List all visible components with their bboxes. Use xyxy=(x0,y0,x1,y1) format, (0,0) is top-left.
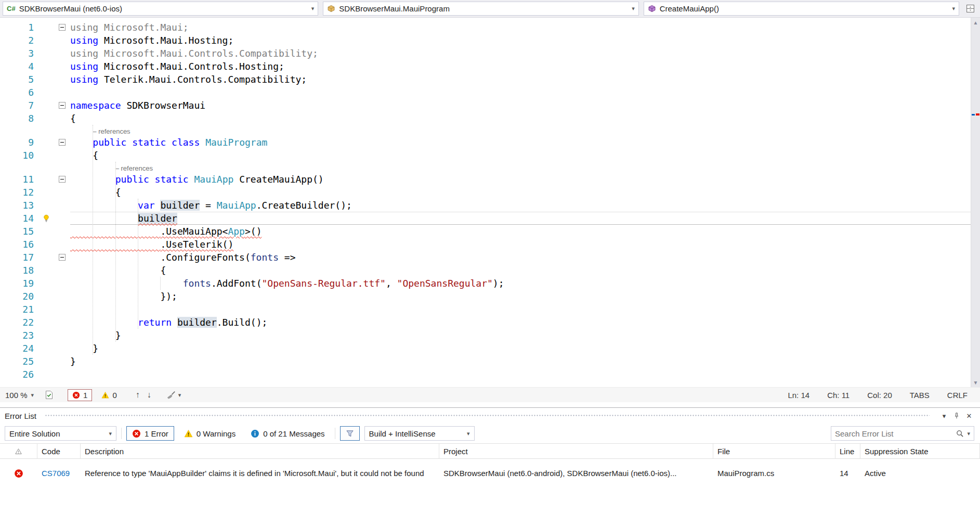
line-number[interactable]: 5 xyxy=(0,73,39,86)
project-dropdown[interactable]: C# SDKBrowserMaui (net6.0-ios) ▾ xyxy=(3,2,318,16)
line-number[interactable]: 15 xyxy=(0,225,39,238)
code-cleanup-button[interactable]: ▾ xyxy=(167,391,181,399)
code-text[interactable]: .UseTelerik() xyxy=(70,238,971,251)
code-text[interactable]: { xyxy=(70,112,971,125)
document-health-button[interactable] xyxy=(45,391,53,399)
column-header-line[interactable]: Line xyxy=(835,444,860,458)
code-text[interactable]: – references xyxy=(70,162,971,173)
column-header-code[interactable]: Code xyxy=(37,444,81,458)
chevron-down-icon[interactable]: ▾ xyxy=(967,430,970,437)
scroll-up-icon[interactable]: ▲ xyxy=(971,18,980,27)
line-number[interactable]: 11 xyxy=(0,173,39,186)
line-number[interactable]: 19 xyxy=(0,277,39,290)
code-text[interactable] xyxy=(70,86,971,99)
code-text[interactable]: } xyxy=(70,329,971,342)
line-number[interactable]: 23 xyxy=(0,329,39,342)
build-filter-dropdown[interactable]: Build + IntelliSense ▾ xyxy=(364,426,475,441)
status-warnings-button[interactable]: 0 xyxy=(97,390,121,401)
code-text[interactable]: using Microsoft.Maui.Controls.Hosting; xyxy=(70,60,971,73)
search-icon[interactable] xyxy=(956,430,964,438)
code-text[interactable]: using Microsoft.Maui.Controls.Compatibil… xyxy=(70,47,971,60)
code-text[interactable]: using Telerik.Maui.Controls.Compatibilit… xyxy=(70,73,971,86)
line-number[interactable]: 26 xyxy=(0,368,39,381)
column-header-suppression-state[interactable]: Suppression State xyxy=(860,444,980,458)
severity-column-header[interactable] xyxy=(0,444,37,458)
code-text[interactable] xyxy=(70,368,971,381)
fold-collapse-icon[interactable] xyxy=(59,254,66,261)
close-button[interactable]: ✕ xyxy=(963,409,975,422)
warnings-filter-button[interactable]: 0 Warnings xyxy=(179,426,241,441)
split-window-button[interactable] xyxy=(964,2,977,16)
line-number[interactable]: 3 xyxy=(0,47,39,60)
line-number[interactable]: 8 xyxy=(0,112,39,125)
scroll-down-icon[interactable]: ▼ xyxy=(971,378,980,387)
previous-issue-button[interactable]: ↑ xyxy=(136,390,140,400)
column-header-description[interactable]: Description xyxy=(81,444,439,458)
line-number[interactable]: 2 xyxy=(0,34,39,47)
code-area[interactable]: 1using Microsoft.Maui;2using Microsoft.M… xyxy=(0,18,971,387)
line-number[interactable]: 4 xyxy=(0,60,39,73)
code-text[interactable]: .UseMauiApp<App>() xyxy=(70,225,971,238)
type-dropdown[interactable]: SDKBrowserMaui.MauiProgram ▾ xyxy=(323,2,638,16)
code-text[interactable]: using Microsoft.Maui; xyxy=(70,21,971,34)
code-text[interactable]: return builder.Build(); xyxy=(70,316,971,329)
code-text[interactable]: { xyxy=(70,149,971,162)
code-text[interactable]: { xyxy=(70,186,971,199)
code-text[interactable]: using Microsoft.Maui.Hosting; xyxy=(70,34,971,47)
error-row[interactable]: CS7069Reference to type 'MauiAppBuilder'… xyxy=(0,459,980,488)
errors-filter-button[interactable]: 1 Error xyxy=(126,426,174,441)
scope-dropdown[interactable]: Entire Solution ▾ xyxy=(5,426,116,441)
tabs-indicator[interactable]: TABS xyxy=(910,391,930,400)
line-number[interactable]: 6 xyxy=(0,86,39,99)
code-text[interactable]: { xyxy=(70,264,971,277)
search-error-list-input[interactable] xyxy=(835,429,953,438)
fold-collapse-icon[interactable] xyxy=(59,139,66,146)
messages-filter-button[interactable]: 0 of 21 Messages xyxy=(245,426,330,441)
panel-splitter[interactable] xyxy=(0,402,980,407)
line-number[interactable] xyxy=(0,162,39,173)
line-number[interactable]: 12 xyxy=(0,186,39,199)
editor-scrollbar[interactable]: ▲ ▼ xyxy=(971,18,980,387)
fold-collapse-icon[interactable] xyxy=(59,176,66,183)
line-number[interactable]: 1 xyxy=(0,21,39,34)
line-number[interactable]: 22 xyxy=(0,316,39,329)
code-text[interactable]: – references xyxy=(70,125,971,136)
code-text[interactable]: } xyxy=(70,342,971,355)
codelens-references[interactable]: – references xyxy=(93,127,130,135)
code-text[interactable]: builder xyxy=(70,212,971,225)
line-number[interactable]: 24 xyxy=(0,342,39,355)
code-text[interactable]: public static class MauiProgram xyxy=(70,136,971,149)
code-text[interactable] xyxy=(70,303,971,316)
line-number[interactable]: 9 xyxy=(0,136,39,149)
code-text[interactable]: public static MauiApp CreateMauiApp() xyxy=(70,173,971,186)
pin-button[interactable] xyxy=(950,409,963,422)
line-number[interactable]: 18 xyxy=(0,264,39,277)
column-header-project[interactable]: Project xyxy=(439,444,713,458)
code-text[interactable]: var builder = MauiApp.CreateBuilder(); xyxy=(70,199,971,212)
zoom-dropdown[interactable]: 100 % ▾ xyxy=(5,391,34,400)
code-cell[interactable]: CS7069 xyxy=(37,459,81,488)
line-number[interactable]: 10 xyxy=(0,149,39,162)
line-number[interactable]: 14 xyxy=(0,212,39,225)
codelens-references[interactable]: – references xyxy=(115,164,153,172)
line-number[interactable] xyxy=(0,125,39,136)
fold-collapse-icon[interactable] xyxy=(59,24,66,31)
status-errors-button[interactable]: 1 xyxy=(68,389,92,401)
code-text[interactable]: }); xyxy=(70,290,971,303)
line-number[interactable]: 20 xyxy=(0,290,39,303)
filter-button[interactable] xyxy=(340,426,360,441)
code-text[interactable]: } xyxy=(70,355,971,368)
code-text[interactable]: .ConfigureFonts(fonts => xyxy=(70,251,971,264)
fold-collapse-icon[interactable] xyxy=(59,102,66,109)
line-number[interactable]: 13 xyxy=(0,199,39,212)
line-number[interactable]: 17 xyxy=(0,251,39,264)
next-issue-button[interactable]: ↓ xyxy=(147,390,151,400)
line-number[interactable]: 7 xyxy=(0,99,39,112)
line-ending-indicator[interactable]: CRLF xyxy=(947,391,968,400)
panel-drag-grip[interactable] xyxy=(45,414,930,417)
line-number[interactable]: 21 xyxy=(0,303,39,316)
code-text[interactable]: fonts.AddFont("OpenSans-Regular.ttf", "O… xyxy=(70,277,971,290)
column-header-file[interactable]: File xyxy=(713,444,835,458)
code-text[interactable]: namespace SDKBrowserMaui xyxy=(70,99,971,112)
line-number[interactable]: 25 xyxy=(0,355,39,368)
